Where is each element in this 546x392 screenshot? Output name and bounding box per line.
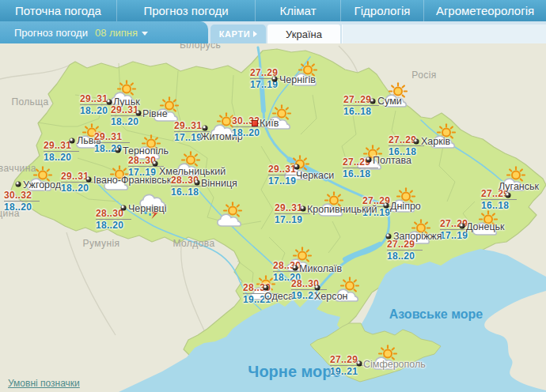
country-label: Румунія (83, 238, 120, 249)
temp-range: 27..2916..18 (389, 135, 424, 157)
night-temp: 16..18 (343, 169, 378, 179)
breadcrumb-section-label: Прогноз погоди (14, 27, 88, 39)
capital-marker[interactable] (252, 120, 258, 126)
country-label: Росія (411, 70, 436, 81)
city-marker-dot[interactable] (370, 99, 376, 104)
temp-range: 29..3118..20 (61, 172, 97, 194)
city-label[interactable]: Вінниця (201, 178, 237, 189)
temp-range: 27..2916..18 (481, 189, 517, 211)
city-label[interactable]: Сімферополь (363, 359, 426, 370)
chevron-down-icon[interactable] (142, 32, 148, 36)
city-marker-dot[interactable] (366, 157, 372, 163)
night-temp: 18..20 (4, 202, 40, 213)
nav-tab-4[interactable]: Гідрологія (340, 0, 423, 21)
city-marker-dot[interactable] (195, 180, 200, 186)
sea-label: Чорне море (248, 363, 340, 381)
city-marker-dot[interactable] (153, 161, 158, 167)
city-marker-dot[interactable] (357, 361, 362, 367)
city-label[interactable]: Запоріжжя (393, 231, 442, 242)
temp-range: 30..3218..20 (4, 190, 40, 213)
city-label[interactable]: Луганськ (499, 181, 539, 192)
night-temp: 16..18 (343, 107, 379, 117)
city-marker-dot[interactable] (386, 234, 392, 239)
city-marker-dot[interactable] (506, 193, 511, 198)
forecast-breadcrumb-tab[interactable]: Прогноз погоди 08 липня (0, 21, 208, 43)
city-label[interactable]: Дніпро (390, 201, 421, 212)
weather-forecast-page: ПольщаБілорусьРосіяСловаччинаУгорщинаРум… (0, 0, 546, 392)
sea-label: Азовське море (389, 307, 483, 322)
sub-nav: Прогноз погоди 08 липня КАРТИ Україна (0, 21, 546, 43)
city-label[interactable]: Кропивницький (307, 204, 377, 215)
city-marker-dot[interactable] (203, 126, 208, 131)
city-label[interactable]: Одеса (264, 291, 294, 302)
temp-range: 28..3018..20 (96, 209, 131, 231)
temp-range: 29..3118..20 (44, 141, 79, 163)
main-nav: Поточна погодаПрогноз погодиКліматГідрол… (0, 0, 546, 21)
city-label[interactable]: Ужгород (23, 179, 61, 190)
temp-range: 29..3118..20 (111, 105, 146, 127)
maps-tab-label: КАРТИ (219, 29, 250, 39)
city-label[interactable]: Рівне (142, 108, 168, 119)
day-temp: 29..31 (111, 105, 146, 116)
day-temp: 28..30 (128, 156, 164, 167)
city-label[interactable]: Чернігів (279, 74, 316, 85)
city-marker-dot[interactable] (264, 285, 269, 291)
day-temp: 28..30 (96, 209, 131, 220)
city-marker-dot[interactable] (315, 285, 320, 291)
city-label[interactable]: Черкаси (296, 170, 334, 181)
country-label: Молдова (173, 238, 215, 249)
day-temp: 30..32 (4, 190, 40, 202)
city-marker-dot[interactable] (460, 224, 465, 229)
city-marker-dot[interactable] (294, 164, 300, 170)
city-label[interactable]: Донецьк (466, 221, 505, 232)
city-label[interactable]: Миколаїв (299, 263, 342, 274)
night-temp: 18..20 (232, 128, 267, 138)
city-label[interactable]: Херсон (314, 291, 348, 302)
night-temp: 18..20 (61, 183, 97, 194)
city-marker-dot[interactable] (121, 205, 127, 211)
nav-tab-2[interactable]: Прогноз погоди (116, 0, 255, 21)
city-marker-dot[interactable] (116, 148, 121, 153)
city-label[interactable]: Полтава (373, 155, 411, 166)
city-label[interactable]: Харків (421, 136, 450, 147)
day-temp: 28..30 (291, 279, 327, 290)
night-temp: 17..19 (275, 215, 310, 225)
maps-tab[interactable]: КАРТИ (210, 24, 266, 43)
city-marker-dot[interactable] (16, 182, 21, 187)
city-label[interactable]: Чернівці (128, 203, 167, 214)
subnav-filler (342, 24, 546, 43)
nav-tab-1[interactable]: Поточна погода (0, 0, 116, 21)
city-marker-dot[interactable] (70, 138, 75, 144)
city-marker-dot[interactable] (293, 266, 298, 271)
temp-range: 27..2918..20 (387, 239, 423, 262)
region-tab-ukraine[interactable]: Україна (267, 24, 340, 43)
city-label[interactable]: Київ (260, 118, 279, 129)
date-selector[interactable]: 08 липня (95, 27, 138, 39)
weather-map: ПольщаБілорусьРосіяСловаччинаУгорщинаРум… (0, 0, 546, 392)
region-tab-label: Україна (286, 28, 322, 40)
nav-tab-3[interactable]: Клімат (255, 0, 340, 21)
night-temp: 18..20 (96, 220, 131, 231)
day-temp: 29..31 (94, 132, 130, 143)
arrow-right-icon (253, 31, 257, 37)
legend-link[interactable]: Умовні позначки (8, 378, 80, 389)
city-marker-dot[interactable] (384, 203, 389, 209)
night-temp: 18..20 (387, 251, 423, 262)
night-temp: 18..20 (111, 117, 146, 127)
city-label[interactable]: Суми (377, 96, 402, 107)
city-marker-dot[interactable] (414, 139, 419, 145)
ukraine-map-base (0, 0, 546, 392)
city-marker-dot[interactable] (272, 77, 278, 82)
city-marker-dot[interactable] (301, 206, 306, 212)
night-temp: 19..21 (330, 367, 366, 377)
day-temp: 29..31 (61, 172, 97, 183)
city-marker-dot[interactable] (136, 111, 142, 116)
country-label: Польща (11, 96, 48, 107)
city-marker-dot[interactable] (86, 177, 92, 183)
night-temp: 18..20 (44, 153, 79, 163)
nav-tab-5[interactable]: Агрометеорологія (423, 0, 546, 21)
